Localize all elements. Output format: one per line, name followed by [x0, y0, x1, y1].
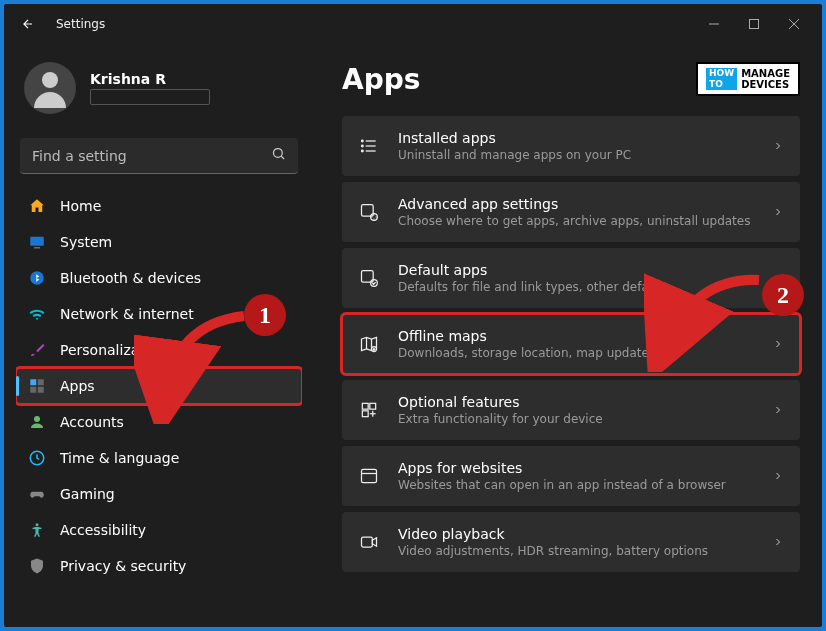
window-controls [694, 8, 814, 40]
sidebar-item-accounts[interactable]: Accounts [16, 404, 302, 440]
chevron-right-icon [772, 269, 784, 288]
back-button[interactable] [12, 8, 44, 40]
svg-rect-32 [370, 403, 376, 409]
sidebar-item-gaming[interactable]: Gaming [16, 476, 302, 512]
profile-email [90, 89, 210, 105]
svg-rect-7 [30, 237, 44, 246]
svg-point-9 [30, 271, 44, 285]
sidebar-item-system[interactable]: System [16, 224, 302, 260]
minimize-button[interactable] [694, 8, 734, 40]
sidebar-item-label: Privacy & security [60, 558, 186, 574]
card-optional-features[interactable]: Optional features Extra functionality fo… [342, 380, 800, 440]
accessibility-icon [28, 521, 46, 539]
card-desc: Downloads, storage location, map updates [398, 346, 754, 360]
card-title: Video playback [398, 526, 754, 542]
main-panel: Apps HOW TO MANAGE DEVICES Installed app… [314, 44, 822, 627]
search-input[interactable] [32, 148, 271, 164]
sidebar-item-label: System [60, 234, 112, 250]
person-icon [28, 413, 46, 431]
settings-window: Settings Krishna R [4, 4, 822, 627]
clock-icon [28, 449, 46, 467]
svg-rect-13 [38, 387, 44, 393]
chevron-right-icon [772, 467, 784, 486]
titlebar: Settings [4, 4, 822, 44]
card-installed-apps[interactable]: Installed apps Uninstall and manage apps… [342, 116, 800, 176]
card-video-playback[interactable]: Video playback Video adjustments, HDR st… [342, 512, 800, 572]
card-desc: Choose where to get apps, archive apps, … [398, 214, 754, 228]
svg-rect-12 [30, 387, 36, 393]
close-button[interactable] [774, 8, 814, 40]
svg-line-6 [281, 156, 284, 159]
sidebar-item-personalization[interactable]: Personalization [16, 332, 302, 368]
chevron-right-icon [772, 335, 784, 354]
card-desc: Extra functionality for your device [398, 412, 754, 426]
svg-point-5 [274, 149, 283, 158]
sidebar-item-network[interactable]: Network & internet [16, 296, 302, 332]
card-offline-maps[interactable]: Offline maps Downloads, storage location… [342, 314, 800, 374]
map-icon [358, 333, 380, 355]
check-app-icon [358, 267, 380, 289]
sidebar-item-privacy[interactable]: Privacy & security [16, 548, 302, 584]
profile-section[interactable]: Krishna R [16, 54, 302, 132]
svg-rect-1 [750, 20, 759, 29]
card-title: Installed apps [398, 130, 754, 146]
card-body: Default apps Defaults for file and link … [398, 262, 754, 294]
card-desc: Defaults for file and link types, other … [398, 280, 754, 294]
sidebar-item-label: Home [60, 198, 101, 214]
content-area: Krishna R Home System [4, 44, 822, 627]
card-desc: Video adjustments, HDR streaming, batter… [398, 544, 754, 558]
card-desc: Uninstall and manage apps on your PC [398, 148, 754, 162]
brush-icon [28, 341, 46, 359]
profile-info: Krishna R [90, 71, 210, 105]
video-icon [358, 531, 380, 553]
list-icon [358, 135, 380, 157]
avatar [24, 62, 76, 114]
apps-icon [28, 377, 46, 395]
sidebar-item-label: Accessibility [60, 522, 146, 538]
svg-point-20 [362, 140, 364, 142]
svg-rect-8 [34, 247, 40, 248]
card-advanced-settings[interactable]: Advanced app settings Choose where to ge… [342, 182, 800, 242]
sidebar-item-label: Network & internet [60, 306, 194, 322]
card-default-apps[interactable]: Default apps Defaults for file and link … [342, 248, 800, 308]
svg-rect-38 [362, 537, 373, 547]
sidebar-item-label: Personalization [60, 342, 166, 358]
brand-right: MANAGE DEVICES [741, 68, 790, 90]
svg-point-14 [34, 416, 40, 422]
sidebar-item-label: Gaming [60, 486, 115, 502]
page-title: Apps [342, 63, 420, 96]
card-title: Advanced app settings [398, 196, 754, 212]
sidebar-item-home[interactable]: Home [16, 188, 302, 224]
card-title: Apps for websites [398, 460, 754, 476]
sidebar-item-label: Bluetooth & devices [60, 270, 201, 286]
window-title: Settings [56, 17, 105, 31]
system-icon [28, 233, 46, 251]
card-title: Optional features [398, 394, 754, 410]
svg-rect-11 [38, 379, 44, 385]
card-apps-websites[interactable]: Apps for websites Websites that can open… [342, 446, 800, 506]
maximize-button[interactable] [734, 8, 774, 40]
main-header: Apps HOW TO MANAGE DEVICES [342, 62, 800, 96]
plus-app-icon [358, 399, 380, 421]
home-icon [28, 197, 46, 215]
app-gear-icon [358, 201, 380, 223]
sidebar-item-time[interactable]: Time & language [16, 440, 302, 476]
brand-badge: HOW TO MANAGE DEVICES [696, 62, 800, 96]
svg-marker-39 [372, 538, 376, 546]
svg-rect-10 [30, 379, 36, 385]
svg-rect-31 [362, 403, 368, 409]
card-body: Advanced app settings Choose where to ge… [398, 196, 754, 228]
sidebar: Krishna R Home System [4, 44, 314, 627]
profile-name: Krishna R [90, 71, 210, 87]
wifi-icon [28, 305, 46, 323]
card-title: Default apps [398, 262, 754, 278]
sidebar-item-bluetooth[interactable]: Bluetooth & devices [16, 260, 302, 296]
sidebar-item-accessibility[interactable]: Accessibility [16, 512, 302, 548]
svg-rect-36 [362, 469, 377, 482]
search-box[interactable] [20, 138, 298, 174]
sidebar-item-apps[interactable]: Apps [16, 368, 302, 404]
svg-point-4 [42, 72, 58, 88]
card-body: Offline maps Downloads, storage location… [398, 328, 754, 360]
card-body: Apps for websites Websites that can open… [398, 460, 754, 492]
chevron-right-icon [772, 401, 784, 420]
